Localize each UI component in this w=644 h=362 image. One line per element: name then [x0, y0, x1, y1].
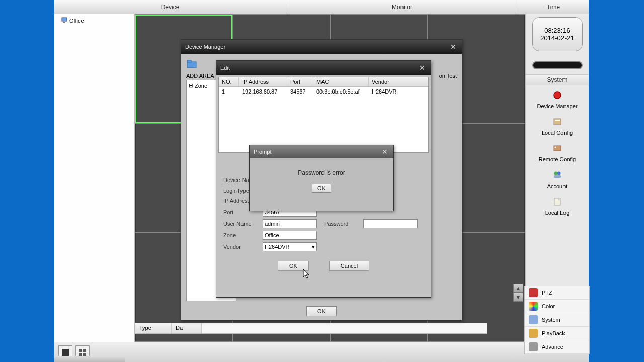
sys-label: Local Config	[542, 130, 573, 136]
bottom-table: Type Da	[135, 323, 487, 334]
sys-label: Remote Config	[539, 156, 576, 162]
svg-rect-3	[554, 119, 561, 125]
side-label: PTZ	[542, 290, 552, 296]
remote-icon	[551, 142, 564, 155]
local-log-button[interactable]: Local Log	[545, 195, 570, 216]
prompt-titlebar[interactable]: Prompt ✕	[250, 145, 393, 158]
th-ip[interactable]: IP Address	[239, 77, 287, 86]
zone-field[interactable]	[263, 231, 317, 240]
log-icon	[551, 195, 564, 208]
tree-node-label: Office	[69, 18, 84, 24]
local-config-button[interactable]: Local Config	[542, 115, 573, 136]
tree-node-office[interactable]: Office	[56, 16, 132, 25]
color-item[interactable]: Color	[525, 300, 589, 313]
cell-no: 1	[219, 87, 239, 96]
th-type[interactable]: Type	[135, 323, 172, 333]
clock: 08:23:16 2014-02-21	[532, 17, 583, 51]
tab-device[interactable]: Device	[54, 0, 286, 14]
edit-cancel-button[interactable]: Cancel	[329, 261, 369, 271]
dm-tree-label: Zone	[195, 83, 207, 89]
side-label: System	[542, 317, 560, 323]
th-date[interactable]: Da	[172, 323, 202, 333]
chevron-down-icon: ▾	[312, 244, 315, 250]
monitor-icon	[61, 17, 67, 24]
username-field[interactable]	[263, 219, 317, 228]
edit-table: NO. IP Address Port MAC Vendor 1 192.168…	[218, 77, 429, 153]
minus-icon: ⊟	[189, 82, 193, 89]
svg-point-2	[554, 92, 561, 99]
sys-label: Device Manager	[537, 103, 577, 109]
playback-item[interactable]: PlayBack	[525, 327, 589, 340]
advance-item[interactable]: Advance	[525, 340, 589, 354]
edit-ok-button[interactable]: OK	[278, 261, 309, 271]
prompt-ok-button[interactable]: OK	[312, 184, 331, 193]
dm-titlebar[interactable]: Device Manager ✕	[181, 40, 462, 54]
svg-rect-17	[187, 60, 191, 62]
vendor-select[interactable]: H264DVR ▾	[263, 242, 317, 251]
svg-rect-1	[63, 22, 65, 23]
sys-label: Account	[547, 183, 568, 189]
prompt-message: Password is error	[298, 163, 345, 176]
th-vendor[interactable]: Vendor	[369, 77, 428, 86]
svg-rect-4	[555, 120, 560, 121]
clock-date: 2014-02-21	[540, 34, 574, 42]
svg-rect-9	[554, 175, 561, 178]
th-mac[interactable]: MAC	[313, 77, 369, 86]
side-label: PlayBack	[542, 330, 565, 336]
device-manager-button[interactable]: Device Manager	[537, 88, 577, 109]
taskbar-fragment	[54, 356, 125, 362]
playback-icon	[529, 329, 538, 338]
account-button[interactable]: Account	[547, 168, 568, 189]
dm-title: Device Manager	[185, 44, 225, 50]
table-row[interactable]: 1 192.168.60.87 34567 00:3e:0b:e0:5e:af …	[219, 87, 428, 96]
edit-titlebar[interactable]: Edit ✕	[216, 61, 431, 75]
record-icon	[551, 88, 564, 102]
vendor-label: Vendor	[223, 244, 259, 250]
add-area-label[interactable]: ADD AREA	[186, 73, 214, 79]
tab-monitor[interactable]: Monitor	[286, 0, 518, 14]
system-item[interactable]: System	[525, 313, 589, 327]
cell-vendor: H264DVR	[369, 87, 428, 96]
close-icon[interactable]: ✕	[380, 147, 389, 156]
side-label: Advance	[542, 344, 564, 350]
users-icon	[551, 168, 564, 182]
cell-mac: 00:3e:0b:e0:5e:af	[313, 87, 369, 96]
close-icon[interactable]: ✕	[418, 63, 427, 72]
svg-point-8	[557, 172, 560, 175]
device-tree[interactable]: Office	[54, 14, 135, 342]
password-label: Password	[324, 221, 359, 227]
svg-rect-16	[187, 62, 196, 68]
remote-config-button[interactable]: Remote Config	[539, 142, 576, 162]
config-icon	[551, 115, 564, 128]
svg-point-6	[554, 147, 556, 148]
vendor-value: H264DVR	[265, 244, 290, 250]
th-no[interactable]: NO.	[219, 77, 239, 86]
svg-rect-13	[83, 349, 86, 352]
lcd-bar	[532, 61, 583, 69]
svg-rect-11	[62, 349, 69, 356]
dm-ok-button[interactable]: OK	[306, 306, 337, 316]
scroll-up[interactable]: ▲	[513, 284, 523, 293]
prompt-title: Prompt	[254, 149, 271, 155]
password-field[interactable]	[363, 219, 418, 228]
bottom-toolbar	[54, 342, 589, 362]
edit-title: Edit	[220, 65, 230, 71]
conn-test-label[interactable]: on Test	[439, 73, 457, 79]
svg-rect-12	[79, 349, 82, 352]
svg-rect-5	[554, 146, 561, 151]
color-icon	[529, 302, 538, 311]
scroll-arrows: ▲ ▼	[513, 284, 523, 302]
sys-label: Local Log	[545, 210, 570, 216]
system-title: System	[526, 74, 589, 85]
prompt-dialog: Prompt ✕ Password is error OK	[249, 145, 394, 211]
svg-rect-15	[83, 353, 86, 356]
username-label: User Name	[223, 221, 259, 227]
ptz-item[interactable]: PTZ	[525, 286, 589, 300]
cell-port: 34567	[287, 87, 313, 96]
advance-icon	[529, 342, 538, 351]
close-icon[interactable]: ✕	[449, 42, 458, 51]
tab-time[interactable]: Time	[518, 0, 589, 14]
th-port[interactable]: Port	[287, 77, 313, 86]
scroll-down[interactable]: ▼	[513, 293, 523, 302]
svg-rect-10	[554, 198, 560, 205]
